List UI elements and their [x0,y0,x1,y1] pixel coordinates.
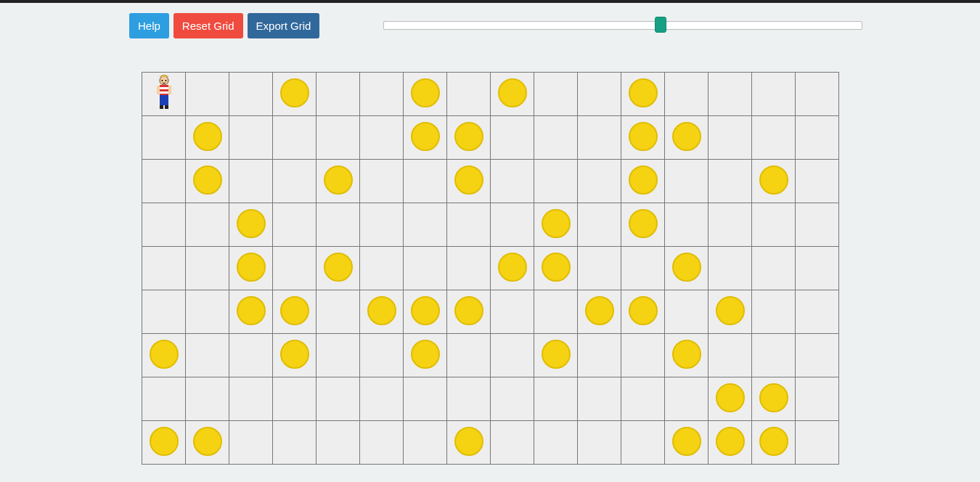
grid-cell[interactable] [534,160,578,203]
grid-cell[interactable] [621,160,665,203]
grid-cell[interactable] [186,247,229,290]
grid-cell[interactable] [447,421,491,465]
grid-cell[interactable] [534,334,578,377]
grid-cell[interactable] [491,290,534,334]
grid-cell[interactable] [665,73,709,116]
grid-cell[interactable] [447,160,491,203]
grid-cell[interactable] [229,73,273,116]
grid-cell[interactable] [404,73,447,116]
grid-cell[interactable] [229,421,273,465]
grid-cell[interactable] [752,290,796,334]
grid-cell[interactable] [709,116,752,160]
grid-cell[interactable] [360,290,404,334]
game-grid[interactable] [142,72,839,465]
grid-cell[interactable] [186,73,229,116]
grid-cell[interactable] [665,421,709,465]
grid-cell[interactable] [273,116,317,160]
grid-cell[interactable] [796,116,839,160]
grid-cell[interactable] [360,421,404,465]
grid-cell[interactable] [317,421,360,465]
grid-cell[interactable] [142,334,186,377]
grid-cell[interactable] [752,73,796,116]
grid-cell[interactable] [752,203,796,247]
grid-cell[interactable] [534,377,578,421]
grid-cell[interactable] [229,160,273,203]
grid-cell[interactable] [186,421,229,465]
grid-cell[interactable] [142,421,186,465]
grid-cell[interactable] [142,73,186,116]
grid-cell[interactable] [796,290,839,334]
grid-cell[interactable] [578,116,621,160]
grid-cell[interactable] [534,421,578,465]
grid-cell[interactable] [273,377,317,421]
grid-cell[interactable] [491,73,534,116]
grid-cell[interactable] [229,116,273,160]
grid-cell[interactable] [447,203,491,247]
grid-cell[interactable] [229,247,273,290]
grid-cell[interactable] [142,203,186,247]
grid-cell[interactable] [709,290,752,334]
grid-cell[interactable] [796,334,839,377]
grid-cell[interactable] [491,377,534,421]
grid-cell[interactable] [752,421,796,465]
grid-cell[interactable] [621,247,665,290]
grid-cell[interactable] [578,160,621,203]
grid-cell[interactable] [796,160,839,203]
grid-cell[interactable] [404,247,447,290]
grid-cell[interactable] [186,290,229,334]
grid-cell[interactable] [447,116,491,160]
grid-cell[interactable] [621,203,665,247]
grid-cell[interactable] [317,73,360,116]
grid-cell[interactable] [360,247,404,290]
grid-cell[interactable] [709,377,752,421]
grid-cell[interactable] [709,160,752,203]
grid-cell[interactable] [709,247,752,290]
grid-cell[interactable] [752,377,796,421]
grid-cell[interactable] [796,377,839,421]
grid-cell[interactable] [404,160,447,203]
grid-cell[interactable] [665,334,709,377]
grid-cell[interactable] [534,116,578,160]
grid-cell[interactable] [186,160,229,203]
grid-cell[interactable] [229,290,273,334]
grid-cell[interactable] [665,116,709,160]
grid-cell[interactable] [273,160,317,203]
grid-cell[interactable] [665,247,709,290]
grid-cell[interactable] [621,116,665,160]
grid-cell[interactable] [360,160,404,203]
grid-cell[interactable] [273,290,317,334]
grid-cell[interactable] [273,421,317,465]
grid-cell[interactable] [273,334,317,377]
grid-cell[interactable] [665,160,709,203]
grid-cell[interactable] [665,377,709,421]
grid-cell[interactable] [752,160,796,203]
grid-cell[interactable] [317,203,360,247]
grid-cell[interactable] [229,377,273,421]
grid-cell[interactable] [621,334,665,377]
grid-cell[interactable] [621,421,665,465]
grid-cell[interactable] [491,160,534,203]
grid-cell[interactable] [404,290,447,334]
grid-cell[interactable] [491,334,534,377]
grid-cell[interactable] [142,290,186,334]
grid-cell[interactable] [404,203,447,247]
export-button[interactable]: Export Grid [248,13,320,38]
grid-cell[interactable] [142,160,186,203]
grid-cell[interactable] [796,421,839,465]
grid-cell[interactable] [578,334,621,377]
grid-cell[interactable] [317,377,360,421]
grid-cell[interactable] [752,247,796,290]
grid-cell[interactable] [273,203,317,247]
grid-cell[interactable] [186,334,229,377]
grid-cell[interactable] [709,334,752,377]
grid-cell[interactable] [447,73,491,116]
grid-cell[interactable] [578,247,621,290]
grid-cell[interactable] [752,116,796,160]
grid-cell[interactable] [709,73,752,116]
grid-cell[interactable] [404,377,447,421]
grid-cell[interactable] [709,203,752,247]
grid-cell[interactable] [534,73,578,116]
grid-cell[interactable] [796,247,839,290]
grid-cell[interactable] [578,73,621,116]
grid-cell[interactable] [186,377,229,421]
